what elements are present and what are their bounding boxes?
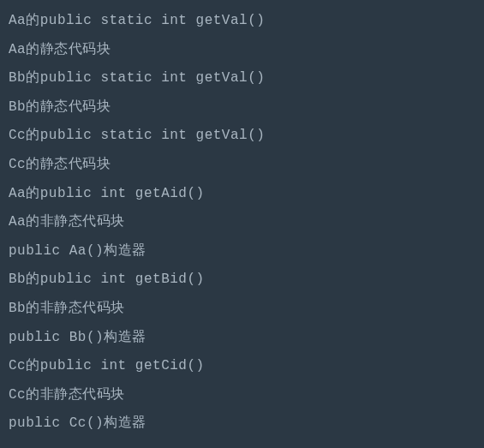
output-line: Aa的非静态代码块 xyxy=(9,208,475,237)
output-line: public Bb()构造器 xyxy=(9,324,475,353)
output-line: Aa的public int getAid() xyxy=(9,180,475,209)
output-line: Cc的public int getCid() xyxy=(9,352,475,381)
output-line: Bb的public int getBid() xyxy=(9,266,475,295)
console-output: Aa的public static int getVal() Aa的静态代码块 B… xyxy=(9,7,475,439)
output-line: Bb的静态代码块 xyxy=(9,93,475,122)
output-line: Bb的public static int getVal() xyxy=(9,64,475,93)
output-line: Bb的非静态代码块 xyxy=(9,295,475,324)
output-line: Cc的public static int getVal() xyxy=(9,122,475,151)
output-line: Cc的非静态代码块 xyxy=(9,381,475,410)
output-line: Aa的public static int getVal() xyxy=(9,7,475,36)
output-line: Aa的静态代码块 xyxy=(9,36,475,65)
output-line: public Aa()构造器 xyxy=(9,237,475,266)
output-line: public Cc()构造器 xyxy=(9,409,475,439)
output-line: Cc的静态代码块 xyxy=(9,151,475,180)
